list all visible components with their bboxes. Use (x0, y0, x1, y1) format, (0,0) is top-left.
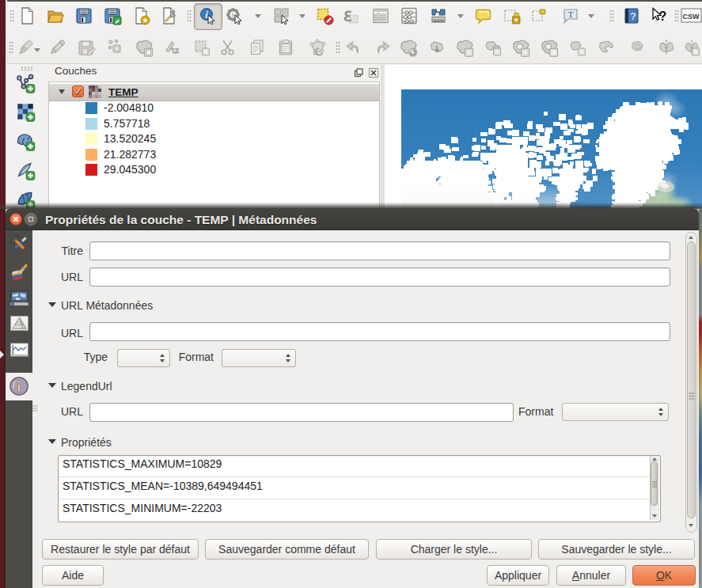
svg-text:?: ? (630, 10, 636, 22)
svg-text:T: T (568, 9, 574, 19)
svg-text:CSW: CSW (683, 13, 700, 21)
svg-text:?: ? (659, 9, 667, 23)
